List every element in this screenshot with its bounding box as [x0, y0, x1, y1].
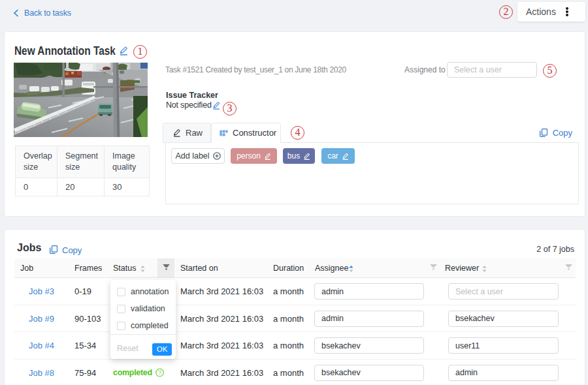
- svg-text:?: ?: [158, 369, 161, 376]
